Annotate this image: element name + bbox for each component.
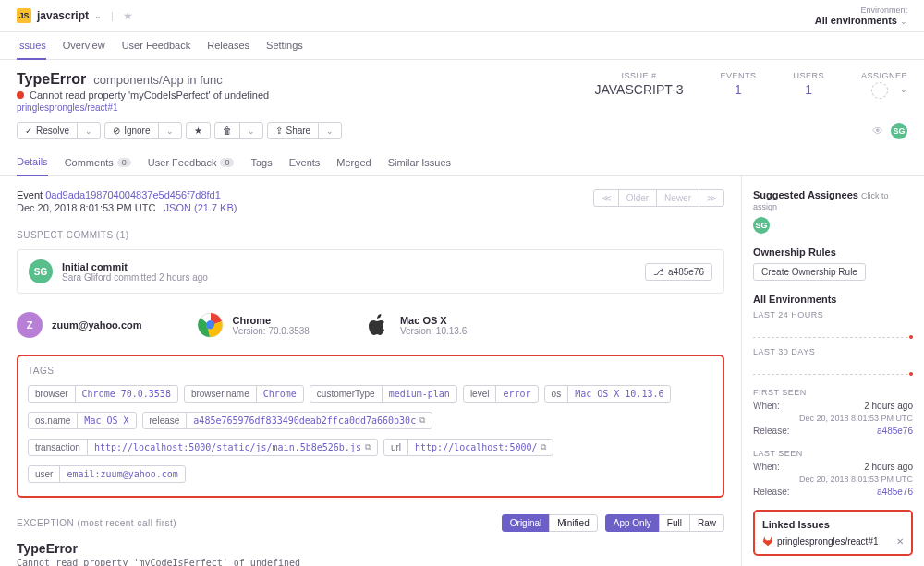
tag-value[interactable]: Chrome 70.0.3538 xyxy=(76,386,177,402)
ignore-dropdown[interactable]: ⌄ xyxy=(158,122,182,139)
linked-issue-item[interactable]: pringlesprongles/react#1 ✕ xyxy=(762,536,904,547)
subtab-tags[interactable]: Tags xyxy=(250,149,272,175)
tag-value[interactable]: http://localhost:5000/⧉ xyxy=(408,440,553,455)
pager-last[interactable]: ≫ xyxy=(699,189,724,207)
subtab-details[interactable]: Details xyxy=(17,149,48,176)
apple-icon xyxy=(365,312,391,338)
commit-sha-button[interactable]: ⎇a485e76 xyxy=(645,263,712,281)
commit-meta: Sara Gliford committed 2 hours ago xyxy=(62,272,208,283)
delete-dropdown[interactable]: ⌄ xyxy=(239,122,263,139)
pill-original[interactable]: Original xyxy=(502,514,550,532)
browser-version: 70.0.3538 xyxy=(268,326,310,336)
stat-events-label: EVENTS xyxy=(720,71,756,80)
star-icon[interactable]: ★ xyxy=(123,9,133,22)
ignore-button[interactable]: ⊘Ignore xyxy=(104,122,158,139)
subtab-events[interactable]: Events xyxy=(289,149,321,175)
tab-settings[interactable]: Settings xyxy=(266,32,303,59)
stat-issue-label: ISSUE # xyxy=(595,71,684,80)
tag-pair[interactable]: browserChrome 70.0.3538 xyxy=(28,385,178,403)
tag-key: os xyxy=(545,386,569,402)
assignee-icon[interactable] xyxy=(871,82,888,99)
chevron-down-icon[interactable]: ⌄ xyxy=(94,11,102,20)
tag-pair[interactable]: releasea485e765976df833490deab2ffca0dd7a… xyxy=(142,412,433,429)
tab-releases[interactable]: Releases xyxy=(207,32,249,59)
tag-pair[interactable]: os.nameMac OS X xyxy=(28,412,137,429)
os-version: 10.13.6 xyxy=(436,326,467,336)
issue-short-link[interactable]: pringlesprongles/react#1 xyxy=(17,102,269,113)
external-link-icon: ⧉ xyxy=(541,442,546,452)
tag-pair[interactable]: transactionhttp://localhost:5000/static/… xyxy=(28,439,378,456)
share-dropdown[interactable]: ⌄ xyxy=(318,122,342,139)
resolve-button[interactable]: ✓Resolve xyxy=(17,122,78,139)
tag-value[interactable]: http://localhost:5000/static/js/main.5b8… xyxy=(88,440,377,455)
chevron-down-icon: ⌄ xyxy=(85,126,92,136)
project-name[interactable]: javascript xyxy=(37,9,89,22)
create-ownership-rule-button[interactable]: Create Ownership Rule xyxy=(753,263,866,281)
bookmark-button[interactable]: ★ xyxy=(186,122,211,139)
tab-overview[interactable]: Overview xyxy=(63,32,105,59)
gitlab-icon xyxy=(762,536,773,547)
suspect-commits-header: SUSPECT COMMITS (1) xyxy=(17,230,724,240)
stat-users-value[interactable]: 1 xyxy=(793,82,824,97)
last-seen-release-link[interactable]: a485e76 xyxy=(877,487,913,497)
tag-value[interactable]: error xyxy=(496,386,537,402)
environment-selector[interactable]: All environments ⌄ xyxy=(815,15,907,26)
tab-issues[interactable]: Issues xyxy=(17,32,46,60)
delete-button[interactable]: 🗑 xyxy=(214,122,240,139)
issue-title: TypeError xyxy=(17,71,86,88)
viewer-avatar[interactable]: SG xyxy=(891,123,907,139)
pill-minified[interactable]: Minified xyxy=(549,514,597,532)
chevron-down-icon[interactable]: ⌄ xyxy=(900,85,907,94)
subtab-merged[interactable]: Merged xyxy=(336,149,371,175)
resolve-dropdown[interactable]: ⌄ xyxy=(77,122,101,139)
first-seen-release-link[interactable]: a485e76 xyxy=(877,426,913,436)
tag-pair[interactable]: urlhttp://localhost:5000/⧉ xyxy=(383,439,554,456)
tag-key: customerType xyxy=(310,386,383,402)
subscribe-icon[interactable]: 👁 xyxy=(872,125,883,138)
external-link-icon: ⧉ xyxy=(365,442,371,452)
tag-pair[interactable]: browser.nameChrome xyxy=(184,385,304,403)
subtab-comments[interactable]: Comments0 xyxy=(65,149,131,175)
user-avatar: Z xyxy=(17,312,43,338)
exception-type: TypeError xyxy=(17,541,724,556)
pager-older[interactable]: Older xyxy=(618,189,657,207)
stat-events-value[interactable]: 1 xyxy=(720,82,756,97)
tag-value[interactable]: Mac OS X 10.13.6 xyxy=(568,386,670,402)
tag-pair[interactable]: osMac OS X 10.13.6 xyxy=(544,385,672,403)
stat-issue-value: JAVASCRIPT-3 xyxy=(595,82,684,97)
tag-value[interactable]: a485e765976df833490deab2ffca0dd7a660b30c… xyxy=(187,413,432,428)
tag-value[interactable]: Chrome xyxy=(257,386,303,402)
close-icon[interactable]: ✕ xyxy=(896,536,904,547)
check-icon: ✓ xyxy=(25,126,32,136)
user-email[interactable]: zuum@yahoo.com xyxy=(52,319,142,331)
last-30d-label: LAST 30 DAYS xyxy=(753,347,913,356)
commit-title[interactable]: Initial commit xyxy=(62,261,208,272)
tag-key: level xyxy=(464,386,497,402)
tag-key: release xyxy=(143,413,188,428)
subtab-user-feedback[interactable]: User Feedback0 xyxy=(148,149,235,175)
pager-newer[interactable]: Newer xyxy=(656,189,699,207)
tab-user-feedback[interactable]: User Feedback xyxy=(122,32,191,59)
trash-icon: 🗑 xyxy=(223,126,232,136)
share-button[interactable]: ⇪Share xyxy=(267,122,320,139)
tag-value[interactable]: email:zuum@yahoo.com xyxy=(60,466,184,482)
event-id-link[interactable]: 0ad9ada198704004837e5d456f7d8fd1 xyxy=(45,189,221,200)
suggested-assignee-avatar[interactable]: SG xyxy=(753,217,770,234)
tag-value[interactable]: Mac OS X xyxy=(78,413,135,428)
tag-key: os.name xyxy=(29,413,78,428)
subtab-similar[interactable]: Similar Issues xyxy=(388,149,451,175)
event-date: Dec 20, 2018 8:01:53 PM UTC xyxy=(17,202,155,213)
event-json-link[interactable]: JSON (21.7 KB) xyxy=(164,202,237,213)
tag-value[interactable]: medium-plan xyxy=(383,386,456,402)
tag-pair[interactable]: useremail:zuum@yahoo.com xyxy=(28,465,186,483)
tag-pair[interactable]: levelerror xyxy=(463,385,539,403)
sub-tabs: Details Comments0 User Feedback0 Tags Ev… xyxy=(0,149,924,176)
pill-full[interactable]: Full xyxy=(659,514,690,532)
pill-app-only[interactable]: App Only xyxy=(605,514,660,532)
tag-pair[interactable]: customerTypemedium-plan xyxy=(310,385,457,403)
event-label: Event xyxy=(17,189,43,200)
stat-assignee-label: ASSIGNEE xyxy=(861,71,907,80)
tag-key: transaction xyxy=(29,440,88,455)
pill-raw[interactable]: Raw xyxy=(689,514,724,532)
pager-first[interactable]: ≪ xyxy=(593,189,619,207)
